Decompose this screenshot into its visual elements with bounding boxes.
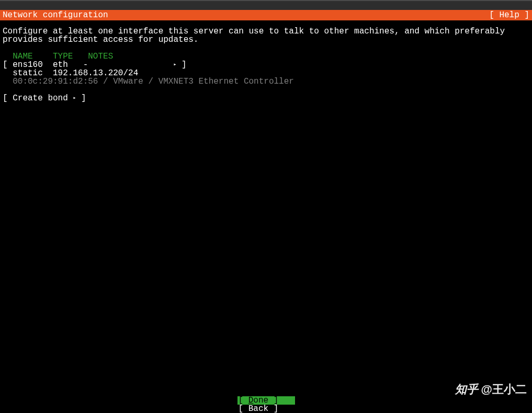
interface-detail-row: 00:0c:29:91:d2:56 / VMware / VMXNET3 Eth…: [3, 77, 294, 86]
help-button[interactable]: [ Help ]: [489, 10, 529, 20]
watermark-text: @王小二: [481, 382, 527, 397]
header-bar: Network configuration [ Help ]: [0, 10, 532, 20]
page-title: Network configuration: [3, 10, 108, 20]
create-bond-label: Create bond: [13, 94, 68, 103]
create-bond-button[interactable]: [ Create bond ▸ ]: [3, 94, 86, 103]
watermark: 知乎 @王小二: [455, 382, 527, 397]
bottom-button-bar: [ Done ] [ Back ]: [0, 396, 532, 413]
interface-section: NAME TYPE NOTES [ ens160 eth - ▸ ] stati…: [3, 52, 529, 102]
window-top-bar: [0, 0, 532, 10]
iface-mac-detail: 00:0c:29:91:d2:56 / VMware / VMXNET3 Eth…: [13, 77, 294, 86]
done-button[interactable]: [ Done ]: [237, 396, 295, 405]
back-label: Back: [248, 404, 268, 413]
zhihu-logo: 知乎: [455, 382, 478, 397]
chevron-right-icon: ▸: [173, 61, 176, 69]
chevron-right-icon: ▸: [73, 94, 76, 102]
back-button[interactable]: [ Back ]: [237, 405, 295, 413]
content-area: Configure at least one interface this se…: [0, 20, 532, 102]
instruction-text: Configure at least one interface this se…: [3, 27, 529, 44]
